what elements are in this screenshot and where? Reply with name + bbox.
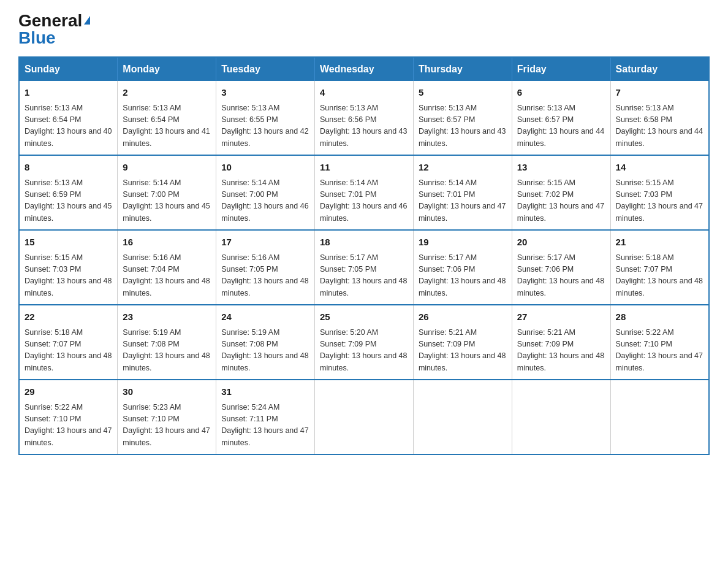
calendar-cell: 27Sunrise: 5:21 AMSunset: 7:09 PMDayligh… [512, 305, 610, 380]
day-number: 18 [320, 236, 408, 250]
day-info: Sunrise: 5:21 AMSunset: 7:09 PMDaylight:… [419, 327, 507, 375]
day-number: 3 [221, 86, 309, 100]
logo: General Blue [18, 12, 90, 47]
day-number: 7 [616, 86, 703, 100]
day-number: 19 [419, 236, 507, 250]
day-info: Sunrise: 5:13 AMSunset: 6:55 PMDaylight:… [221, 102, 309, 150]
day-number: 29 [25, 385, 112, 399]
col-header-friday: Friday [512, 57, 610, 81]
day-number: 26 [419, 310, 507, 324]
day-info: Sunrise: 5:14 AMSunset: 7:00 PMDaylight:… [123, 177, 211, 225]
calendar-week-row: 22Sunrise: 5:18 AMSunset: 7:07 PMDayligh… [19, 305, 709, 380]
day-number: 25 [320, 310, 408, 324]
col-header-sunday: Sunday [19, 57, 118, 81]
calendar-header-row: SundayMondayTuesdayWednesdayThursdayFrid… [19, 57, 709, 81]
calendar-cell [610, 380, 709, 454]
day-number: 28 [616, 310, 703, 324]
calendar-cell: 22Sunrise: 5:18 AMSunset: 7:07 PMDayligh… [19, 305, 118, 380]
calendar-week-row: 1Sunrise: 5:13 AMSunset: 6:54 PMDaylight… [19, 81, 709, 155]
day-info: Sunrise: 5:18 AMSunset: 7:07 PMDaylight:… [25, 327, 112, 375]
day-info: Sunrise: 5:16 AMSunset: 7:05 PMDaylight:… [221, 252, 309, 300]
calendar-cell: 15Sunrise: 5:15 AMSunset: 7:03 PMDayligh… [19, 230, 118, 305]
day-number: 1 [25, 86, 112, 100]
day-info: Sunrise: 5:15 AMSunset: 7:02 PMDaylight:… [517, 177, 605, 225]
calendar-cell: 25Sunrise: 5:20 AMSunset: 7:09 PMDayligh… [315, 305, 414, 380]
calendar-cell: 5Sunrise: 5:13 AMSunset: 6:57 PMDaylight… [413, 81, 512, 155]
day-number: 8 [25, 161, 112, 175]
day-number: 17 [221, 236, 309, 250]
col-header-monday: Monday [118, 57, 216, 81]
calendar-cell: 20Sunrise: 5:17 AMSunset: 7:06 PMDayligh… [512, 230, 610, 305]
day-info: Sunrise: 5:13 AMSunset: 6:56 PMDaylight:… [320, 102, 408, 150]
calendar-cell: 1Sunrise: 5:13 AMSunset: 6:54 PMDaylight… [19, 81, 118, 155]
calendar-cell [413, 380, 512, 454]
day-number: 2 [123, 86, 211, 100]
day-info: Sunrise: 5:13 AMSunset: 6:54 PMDaylight:… [123, 102, 211, 150]
calendar-cell: 3Sunrise: 5:13 AMSunset: 6:55 PMDaylight… [216, 81, 315, 155]
day-number: 22 [25, 310, 112, 324]
day-number: 20 [517, 236, 605, 250]
calendar-cell [512, 380, 610, 454]
day-number: 21 [616, 236, 703, 250]
col-header-thursday: Thursday [413, 57, 512, 81]
calendar-cell: 23Sunrise: 5:19 AMSunset: 7:08 PMDayligh… [118, 305, 216, 380]
col-header-tuesday: Tuesday [216, 57, 315, 81]
calendar-cell: 9Sunrise: 5:14 AMSunset: 7:00 PMDaylight… [118, 155, 216, 230]
day-info: Sunrise: 5:17 AMSunset: 7:06 PMDaylight:… [419, 252, 507, 300]
day-info: Sunrise: 5:17 AMSunset: 7:05 PMDaylight:… [320, 252, 408, 300]
logo-blue-text: Blue [18, 28, 56, 47]
calendar-cell: 13Sunrise: 5:15 AMSunset: 7:02 PMDayligh… [512, 155, 610, 230]
day-number: 6 [517, 86, 605, 100]
day-number: 23 [123, 310, 211, 324]
day-info: Sunrise: 5:13 AMSunset: 6:54 PMDaylight:… [25, 102, 112, 150]
day-number: 30 [123, 385, 211, 399]
calendar-week-row: 29Sunrise: 5:22 AMSunset: 7:10 PMDayligh… [19, 380, 709, 454]
day-number: 31 [221, 385, 309, 399]
day-info: Sunrise: 5:14 AMSunset: 7:00 PMDaylight:… [221, 177, 309, 225]
day-info: Sunrise: 5:19 AMSunset: 7:08 PMDaylight:… [123, 327, 211, 375]
calendar-cell: 24Sunrise: 5:19 AMSunset: 7:08 PMDayligh… [216, 305, 315, 380]
day-info: Sunrise: 5:15 AMSunset: 7:03 PMDaylight:… [25, 252, 112, 300]
calendar-cell: 4Sunrise: 5:13 AMSunset: 6:56 PMDaylight… [315, 81, 414, 155]
day-info: Sunrise: 5:19 AMSunset: 7:08 PMDaylight:… [221, 327, 309, 375]
calendar-cell [315, 380, 414, 454]
calendar-cell: 31Sunrise: 5:24 AMSunset: 7:11 PMDayligh… [216, 380, 315, 454]
calendar-cell: 6Sunrise: 5:13 AMSunset: 6:57 PMDaylight… [512, 81, 610, 155]
day-info: Sunrise: 5:22 AMSunset: 7:10 PMDaylight:… [25, 402, 112, 450]
calendar-cell: 10Sunrise: 5:14 AMSunset: 7:00 PMDayligh… [216, 155, 315, 230]
day-info: Sunrise: 5:14 AMSunset: 7:01 PMDaylight:… [320, 177, 408, 225]
calendar-cell: 16Sunrise: 5:16 AMSunset: 7:04 PMDayligh… [118, 230, 216, 305]
day-number: 5 [419, 86, 507, 100]
day-info: Sunrise: 5:16 AMSunset: 7:04 PMDaylight:… [123, 252, 211, 300]
col-header-saturday: Saturday [610, 57, 709, 81]
day-number: 11 [320, 161, 408, 175]
calendar-cell: 17Sunrise: 5:16 AMSunset: 7:05 PMDayligh… [216, 230, 315, 305]
day-info: Sunrise: 5:13 AMSunset: 6:57 PMDaylight:… [419, 102, 507, 150]
day-info: Sunrise: 5:13 AMSunset: 6:59 PMDaylight:… [25, 177, 112, 225]
day-info: Sunrise: 5:23 AMSunset: 7:10 PMDaylight:… [123, 402, 211, 450]
calendar-cell: 26Sunrise: 5:21 AMSunset: 7:09 PMDayligh… [413, 305, 512, 380]
day-info: Sunrise: 5:13 AMSunset: 6:58 PMDaylight:… [616, 102, 703, 150]
day-number: 9 [123, 161, 211, 175]
calendar-cell: 30Sunrise: 5:23 AMSunset: 7:10 PMDayligh… [118, 380, 216, 454]
calendar-cell: 8Sunrise: 5:13 AMSunset: 6:59 PMDaylight… [19, 155, 118, 230]
calendar-cell: 19Sunrise: 5:17 AMSunset: 7:06 PMDayligh… [413, 230, 512, 305]
calendar-week-row: 8Sunrise: 5:13 AMSunset: 6:59 PMDaylight… [19, 155, 709, 230]
calendar-cell: 28Sunrise: 5:22 AMSunset: 7:10 PMDayligh… [610, 305, 709, 380]
calendar-cell: 12Sunrise: 5:14 AMSunset: 7:01 PMDayligh… [413, 155, 512, 230]
day-number: 4 [320, 86, 408, 100]
calendar-cell: 7Sunrise: 5:13 AMSunset: 6:58 PMDaylight… [610, 81, 709, 155]
day-info: Sunrise: 5:22 AMSunset: 7:10 PMDaylight:… [616, 327, 703, 375]
day-number: 15 [25, 236, 112, 250]
day-info: Sunrise: 5:24 AMSunset: 7:11 PMDaylight:… [221, 402, 309, 450]
logo-general-text: General [18, 11, 82, 30]
day-number: 16 [123, 236, 211, 250]
day-number: 14 [616, 161, 703, 175]
calendar-cell: 29Sunrise: 5:22 AMSunset: 7:10 PMDayligh… [19, 380, 118, 454]
calendar-cell: 2Sunrise: 5:13 AMSunset: 6:54 PMDaylight… [118, 81, 216, 155]
page-header: General Blue [18, 12, 710, 47]
calendar-cell: 18Sunrise: 5:17 AMSunset: 7:05 PMDayligh… [315, 230, 414, 305]
calendar-cell: 21Sunrise: 5:18 AMSunset: 7:07 PMDayligh… [610, 230, 709, 305]
day-number: 10 [221, 161, 309, 175]
day-info: Sunrise: 5:17 AMSunset: 7:06 PMDaylight:… [517, 252, 605, 300]
